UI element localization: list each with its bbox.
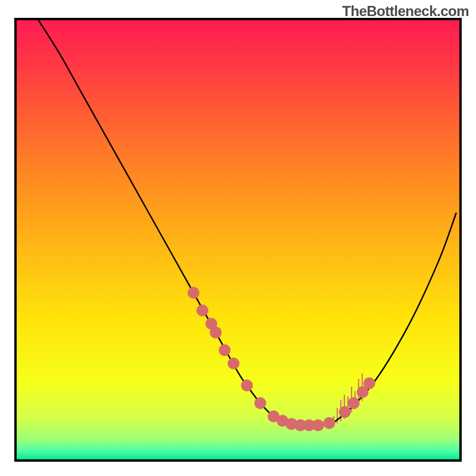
chart-marker: [254, 397, 266, 409]
watermark-text: TheBottleneck.com: [342, 3, 469, 20]
chart-marker: [187, 287, 199, 299]
chart-marker: [347, 397, 359, 409]
chart-marker: [339, 406, 351, 418]
chart-svg: [0, 0, 476, 476]
chart-marker: [196, 305, 208, 317]
chart-marker: [219, 345, 231, 356]
plot-background: [15, 19, 461, 461]
chart-marker: [364, 377, 375, 389]
chart-marker: [228, 358, 240, 369]
chart-marker: [312, 419, 324, 431]
bottleneck-chart: TheBottleneck.com: [0, 0, 476, 476]
chart-marker: [241, 380, 253, 392]
chart-marker: [210, 327, 222, 339]
chart-marker: [323, 417, 335, 429]
